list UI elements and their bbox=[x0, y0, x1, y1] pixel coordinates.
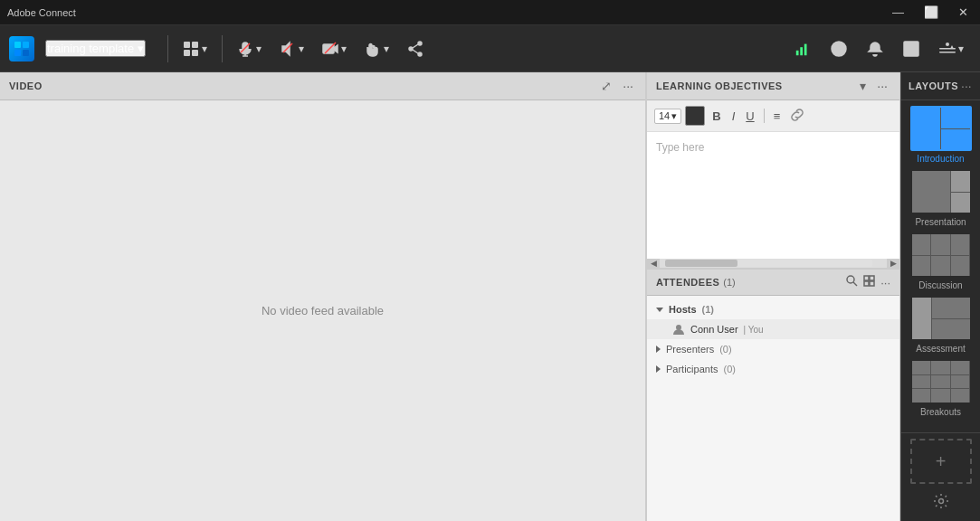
lo-scroll-right-button[interactable]: ▶ bbox=[887, 259, 899, 268]
svg-rect-24 bbox=[804, 43, 807, 55]
layout-item-assessment[interactable]: Assessment bbox=[907, 296, 975, 354]
svg-rect-35 bbox=[864, 276, 869, 280]
layouts-title: LAYOUTS bbox=[909, 81, 958, 91]
lo-more-button[interactable]: ··· bbox=[874, 78, 890, 94]
speaker-button[interactable]: ▾ bbox=[272, 37, 311, 61]
lo-font-size-dropdown-icon: ▾ bbox=[671, 110, 677, 122]
svg-rect-36 bbox=[870, 276, 874, 280]
lo-placeholder-text: Type here bbox=[656, 141, 704, 154]
lo-expand-button[interactable]: ▾ bbox=[857, 78, 869, 94]
svg-line-34 bbox=[853, 282, 857, 286]
add-layout-button[interactable]: + bbox=[910, 439, 972, 484]
svg-point-40 bbox=[938, 499, 943, 504]
close-button[interactable]: ✕ bbox=[954, 4, 973, 21]
chart-button[interactable] bbox=[787, 37, 818, 61]
hosts-expand-icon bbox=[656, 308, 663, 312]
video-resize-button[interactable]: ⤢ bbox=[598, 78, 614, 94]
svg-rect-3 bbox=[23, 50, 29, 56]
svg-rect-1 bbox=[23, 42, 29, 48]
lo-scrollbar[interactable]: ◀ ▶ bbox=[647, 259, 899, 268]
lt-break-cell-5 bbox=[931, 375, 950, 389]
apps-dropdown-icon: ▾ bbox=[202, 43, 207, 55]
lt-breakouts-grid bbox=[912, 361, 970, 403]
lt-disc-cell-4 bbox=[912, 256, 931, 277]
layout-thumb-introduction bbox=[910, 106, 972, 151]
app-title-button[interactable]: training template ▾ bbox=[45, 40, 146, 57]
att-count: (1) bbox=[723, 277, 735, 288]
lt-break-cell-9 bbox=[951, 389, 970, 403]
layouts-content: Introduction Presentation bbox=[901, 100, 980, 432]
lo-scroll-left-button[interactable]: ◀ bbox=[647, 259, 660, 268]
lo-scrollbar-thumb[interactable] bbox=[665, 260, 737, 267]
presenters-expand-icon bbox=[656, 346, 661, 353]
layout-item-breakouts[interactable]: Breakouts bbox=[907, 359, 975, 417]
lo-bold-button[interactable]: B bbox=[709, 108, 724, 125]
hand-button[interactable]: ▾ bbox=[357, 37, 396, 61]
settings-icon bbox=[933, 493, 949, 509]
svg-line-21 bbox=[413, 44, 418, 48]
lt-discussion-grid bbox=[912, 234, 970, 276]
lt-disc-cell-6 bbox=[951, 256, 970, 277]
mic-icon bbox=[237, 41, 253, 57]
camera-button[interactable]: ▾ bbox=[315, 37, 354, 61]
att-user-you-tag: | You bbox=[744, 325, 764, 335]
layouts-more-button[interactable]: ··· bbox=[958, 78, 975, 94]
att-participants-group[interactable]: Participants (0) bbox=[647, 359, 899, 379]
menu-button[interactable]: ▾ bbox=[932, 37, 971, 61]
menu-icon bbox=[939, 41, 956, 57]
att-view-button[interactable] bbox=[863, 275, 875, 289]
layout-thumb-discussion bbox=[910, 232, 972, 278]
app-name-label: Adobe Connect bbox=[7, 7, 76, 18]
lo-color-picker[interactable] bbox=[685, 106, 705, 126]
svg-rect-6 bbox=[184, 50, 190, 56]
layout-label-discussion: Discussion bbox=[918, 280, 962, 290]
layouts-footer: + bbox=[901, 432, 980, 521]
svg-rect-0 bbox=[14, 42, 21, 48]
lt-pres-side-2 bbox=[951, 193, 970, 213]
help-button[interactable]: ? bbox=[823, 37, 854, 61]
att-search-button[interactable] bbox=[846, 275, 858, 289]
bell-button[interactable] bbox=[860, 37, 890, 61]
right-panel: LEARNING OBJECTIVES ▾ ··· 14 ▾ B I U ≡ bbox=[647, 72, 900, 521]
apps-button[interactable]: ▾ bbox=[176, 37, 214, 61]
layouts-header: LAYOUTS ··· bbox=[901, 72, 980, 100]
lo-font-size-selector[interactable]: 14 ▾ bbox=[654, 109, 681, 124]
lo-header-actions: ▾ ··· bbox=[857, 78, 890, 94]
video-more-button[interactable]: ··· bbox=[620, 78, 636, 94]
app-logo bbox=[9, 36, 34, 62]
lt-disc-cell-3 bbox=[951, 234, 970, 255]
mic-button[interactable]: ▾ bbox=[230, 37, 269, 61]
layout-switch-button[interactable] bbox=[896, 37, 927, 61]
lo-text-area[interactable]: Type here bbox=[647, 132, 899, 259]
att-hosts-group[interactable]: Hosts (1) bbox=[647, 299, 899, 319]
svg-line-20 bbox=[413, 50, 418, 53]
lo-list-button[interactable]: ≡ bbox=[770, 108, 785, 125]
hand-dropdown-icon: ▾ bbox=[384, 43, 389, 55]
att-content: Hosts (1) Conn User | You Presenters (0)… bbox=[647, 296, 899, 521]
lt-break-cell-8 bbox=[931, 389, 950, 403]
svg-point-33 bbox=[847, 276, 854, 283]
participants-expand-icon bbox=[656, 365, 661, 373]
video-content: No video feed available bbox=[0, 100, 645, 521]
lo-underline-button[interactable]: U bbox=[742, 108, 757, 125]
maximize-button[interactable]: ⬜ bbox=[919, 4, 943, 21]
layout-item-discussion[interactable]: Discussion bbox=[907, 232, 975, 290]
toolbar-divider-1 bbox=[167, 35, 168, 62]
lt-assess-side-1 bbox=[932, 298, 970, 318]
lt-presentation-grid bbox=[912, 171, 970, 213]
att-presenters-group[interactable]: Presenters (0) bbox=[647, 339, 899, 359]
layout-item-presentation[interactable]: Presentation bbox=[907, 169, 975, 227]
lo-link-button[interactable] bbox=[787, 107, 807, 126]
video-panel-actions: ⤢ ··· bbox=[598, 78, 636, 94]
lo-link-icon bbox=[791, 109, 804, 121]
layout-item-introduction[interactable]: Introduction bbox=[907, 106, 975, 164]
lo-italic-button[interactable]: I bbox=[728, 108, 739, 125]
lt-break-cell-3 bbox=[951, 361, 970, 374]
title-bar-left: Adobe Connect bbox=[7, 7, 76, 18]
minimize-button[interactable]: — bbox=[888, 4, 909, 21]
share-button[interactable] bbox=[400, 37, 431, 61]
att-header: ATTENDEES (1) ··· bbox=[647, 270, 899, 296]
settings-button[interactable] bbox=[929, 489, 953, 516]
speaker-dropdown-icon: ▾ bbox=[299, 43, 304, 55]
att-more-button[interactable]: ··· bbox=[880, 276, 890, 289]
